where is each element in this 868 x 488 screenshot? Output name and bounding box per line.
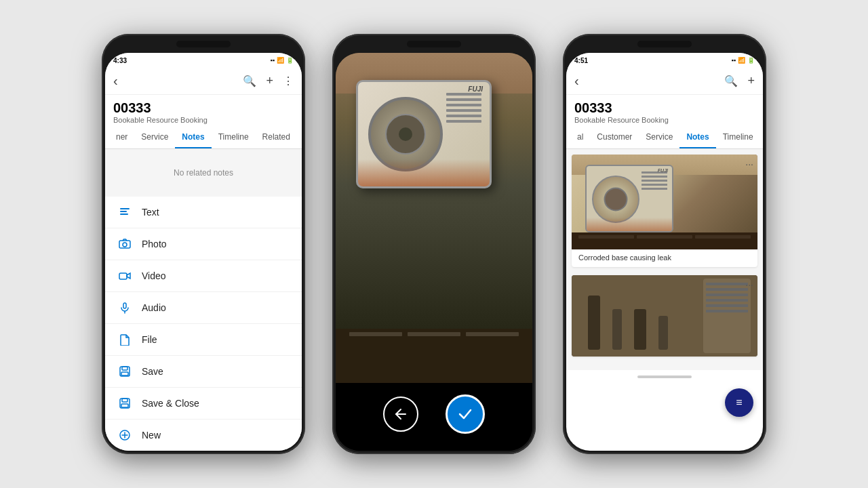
note-card-2: ··· (572, 275, 757, 357)
camera-rust-overlay (358, 159, 490, 186)
g3 (706, 293, 748, 296)
audio-icon (117, 300, 132, 315)
g6 (706, 310, 748, 312)
svg-rect-5 (119, 273, 127, 279)
note-card-1: ··· (572, 155, 757, 267)
menu-item-text[interactable]: Text (105, 197, 302, 228)
pipe-4 (658, 316, 668, 350)
time-right: 4:51 (574, 57, 588, 64)
pipe-2 (612, 309, 622, 350)
camera-ac-unit: FUJI (356, 80, 492, 188)
grill-bar-4 (446, 109, 481, 112)
camera-controls (383, 394, 485, 434)
menu-item-save[interactable]: Save (105, 356, 302, 388)
frame-bars (336, 329, 532, 340)
frame-bar-1 (349, 332, 402, 336)
tab-timeline-left[interactable]: Timeline (212, 127, 256, 148)
tabs-right: al Customer Service Notes Timeline (566, 127, 763, 149)
tab-notes-right[interactable]: Notes (679, 127, 715, 148)
status-icons-right: ▪▪ 📶 🔋 (732, 57, 755, 64)
menu-item-video[interactable]: Video (105, 260, 302, 292)
img1-rust (587, 218, 672, 231)
back-button-left[interactable]: ‹ (113, 73, 118, 89)
tab-customer[interactable]: Customer (590, 127, 639, 148)
tab-general-partial[interactable]: ner (109, 127, 134, 148)
home-indicator-right (566, 370, 763, 384)
menu-item-file[interactable]: File (105, 324, 302, 356)
tab-related[interactable]: Related (256, 127, 297, 148)
save-icon (117, 364, 132, 379)
status-bar-left: 4:33 ▪▪ 📶 🔋 (105, 53, 302, 68)
grill2 (642, 176, 667, 178)
menu-label-audio: Audio (142, 302, 166, 313)
menu-item-save-close[interactable]: Save & Close (105, 388, 302, 420)
booking-number-left: 00333 (113, 100, 294, 116)
grill-bar-2 (446, 98, 481, 101)
menu-label-file: File (142, 334, 157, 345)
booking-number-right: 00333 (574, 100, 755, 116)
phone-notch-left (176, 41, 231, 47)
grill-bar-6 (446, 120, 481, 123)
text-icon (117, 205, 132, 220)
home-bar-right (637, 375, 692, 378)
phone-screen-right: 4:51 ▪▪ 📶 🔋 ‹ 🔍 + 00333 Bookable Resourc… (566, 53, 763, 451)
add-icon-right[interactable]: + (747, 74, 755, 88)
note-caption-1: Corroded base causing leak (572, 249, 757, 267)
status-bar-right: 4:51 ▪▪ 📶 🔋 (566, 53, 763, 68)
notes-empty-area: No related notes (105, 149, 302, 197)
save-close-icon (117, 396, 132, 411)
more-icon-left[interactable]: ⋮ (283, 75, 294, 87)
img1-base (572, 232, 757, 249)
menu-label-text: Text (142, 207, 159, 218)
menu-label-photo: Photo (142, 239, 167, 249)
camera-confirm-button[interactable] (446, 394, 485, 434)
menu-label-save-close: Save & Close (142, 398, 199, 409)
back-button-right[interactable]: ‹ (574, 73, 579, 89)
img1-ac: FUJI (585, 165, 673, 232)
svg-rect-9 (122, 367, 127, 370)
tab-timeline-right[interactable]: Timeline (716, 127, 760, 148)
no-notes-text: No related notes (174, 168, 233, 178)
grill-bar-1 (446, 93, 481, 96)
add-icon-left[interactable]: + (266, 74, 273, 88)
g1 (706, 283, 748, 285)
camera-back-button[interactable] (383, 396, 418, 432)
search-icon-left[interactable]: 🔍 (243, 75, 256, 87)
menu-item-new[interactable]: New (105, 420, 302, 451)
grill-bar-5 (446, 115, 481, 117)
menu-item-audio[interactable]: Audio (105, 292, 302, 324)
note-image-1: FUJI (572, 155, 757, 249)
file-icon (117, 332, 132, 347)
menu-label-new: New (142, 430, 161, 441)
note-more-btn-2[interactable]: ··· (745, 279, 753, 290)
header-icons-left: 🔍 + ⋮ (243, 74, 294, 88)
img2-pipes (585, 296, 671, 350)
phone-screen-middle: FUJI (336, 53, 532, 451)
photo-icon (117, 237, 132, 251)
main-scene: 4:33 ▪▪ 📶 🔋 ‹ 🔍 + ⋮ 00333 Bookabl (0, 0, 868, 488)
svg-rect-13 (121, 404, 128, 407)
tab-service-right[interactable]: Service (639, 127, 679, 148)
pipe-1 (588, 296, 600, 350)
frame-bar-3 (466, 332, 519, 336)
header-icons-right: 🔍 + (724, 74, 755, 88)
camera-brand-label: FUJI (468, 85, 483, 93)
tab-general-partial-right[interactable]: al (570, 127, 590, 148)
tab-notes-left[interactable]: Notes (175, 127, 211, 148)
note-more-btn-1[interactable]: ··· (745, 159, 753, 169)
svg-rect-10 (121, 372, 128, 375)
tab-service[interactable]: Service (134, 127, 175, 148)
grill4 (642, 184, 667, 186)
svg-rect-12 (122, 399, 127, 402)
time-left: 4:33 (113, 57, 127, 64)
fab-button[interactable]: ≡ (725, 388, 753, 417)
fab-icon: ≡ (736, 396, 742, 409)
app-header-left: ‹ 🔍 + ⋮ (105, 68, 302, 95)
search-icon-right[interactable]: 🔍 (724, 75, 738, 87)
svg-point-4 (123, 243, 127, 247)
phone-left: 4:33 ▪▪ 📶 🔋 ‹ 🔍 + ⋮ 00333 Bookabl (102, 34, 305, 454)
menu-list: Text Photo Video (105, 197, 302, 451)
svg-rect-1 (120, 211, 127, 212)
booking-subtitle-right: Bookable Resource Booking (574, 116, 755, 124)
menu-item-photo[interactable]: Photo (105, 228, 302, 260)
